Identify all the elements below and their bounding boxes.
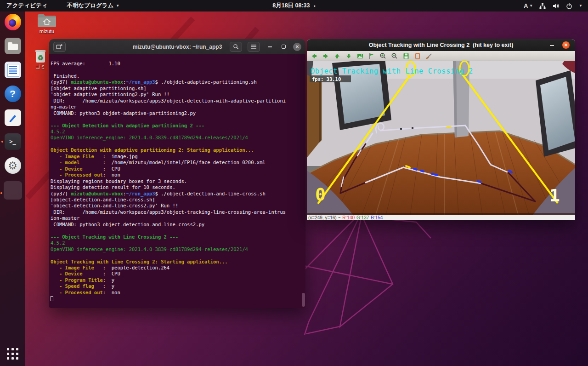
app-menu-label: 不明なプログラム	[67, 2, 114, 10]
desktop-icon-home[interactable]: mizutu	[34, 13, 60, 34]
chevron-down-icon: ▼	[529, 4, 533, 8]
help-icon: ?	[5, 86, 21, 102]
notification-dot-icon: ●	[314, 4, 316, 7]
text-editor-icon	[5, 109, 21, 126]
terminal-icon: >_	[5, 133, 21, 150]
pixel-blue-value: B:154	[371, 215, 383, 220]
flag-icon	[368, 52, 375, 60]
zoom-in-button[interactable]	[378, 52, 388, 60]
brush-icon	[425, 52, 433, 60]
dock-item-help[interactable]: ?	[5, 86, 21, 102]
dock-item-window-slot[interactable]	[4, 181, 22, 200]
overlay-title: Object Tracking with Line Crossing 2	[311, 67, 473, 75]
home-folder-icon	[37, 13, 57, 29]
pan-right-icon	[322, 52, 329, 60]
video-window: Object Tracking with Line Crossing 2 (hi…	[307, 39, 575, 220]
firefox-icon	[5, 14, 21, 30]
files-icon	[5, 38, 21, 54]
running-indicator-dot	[1, 141, 3, 143]
line-0-label: 0	[315, 184, 326, 205]
close-icon: ✕	[564, 43, 568, 47]
keyboard-layout-indicator[interactable]: A ▼	[524, 3, 533, 9]
terminal-scrollbar[interactable]	[302, 293, 305, 307]
menu-button[interactable]	[248, 42, 260, 52]
pixel-green-value: G:137	[356, 215, 369, 220]
pan-left-button[interactable]	[309, 52, 319, 60]
libreoffice-writer-icon	[5, 62, 21, 78]
close-icon: ✕	[293, 43, 301, 51]
pixel-coords: (x=249, y=16) ~	[308, 215, 340, 220]
desktop-icon-label: ゴミ	[29, 63, 51, 70]
show-applications-button[interactable]	[7, 348, 18, 360]
video-statusbar: (x=249, y=16) ~ R:140 G:137 B:154	[307, 215, 575, 220]
maximize-button[interactable]	[279, 43, 288, 51]
image-icon	[356, 52, 364, 60]
dock-item-text-editor[interactable]	[5, 109, 21, 126]
running-indicator-dot	[0, 192, 2, 194]
maximize-icon	[282, 45, 286, 49]
top-bar: アクティビティ 不明なプログラム ▼ 8月18日 08:33 ● A ▼	[0, 0, 588, 11]
search-icon	[233, 44, 239, 50]
dock-item-terminal[interactable]: >_	[5, 133, 21, 150]
zoom-out-icon	[391, 52, 398, 60]
clock-label: 8月18日 08:33	[272, 2, 310, 10]
fps-badge: fps: 33.10	[312, 76, 341, 82]
dock-item-settings[interactable]: ⚙	[5, 157, 21, 174]
zoom-in-icon	[379, 52, 387, 60]
video-titlebar[interactable]: Object Tracking with Line Crossing 2 (hi…	[307, 39, 575, 51]
minimize-button[interactable]	[266, 43, 274, 51]
close-button[interactable]: ✕	[293, 43, 301, 51]
desktop-icon-label: mizutu	[34, 29, 60, 34]
video-title: Object Tracking with Line Crossing 2 (hi…	[369, 42, 514, 48]
save-button[interactable]	[401, 52, 411, 60]
terminal-body[interactable]: FPS average: 1.10 Finished.(py37) mizutu…	[49, 54, 305, 308]
video-frame[interactable]: 0 1 Object Tracking with Line Crossing 2…	[307, 61, 575, 215]
terminal-titlebar[interactable]: mizutu@ubuntu-vbox: ~/run_app3 ✕	[49, 39, 305, 54]
terminal-window: mizutu@ubuntu-vbox: ~/run_app3 ✕	[49, 39, 305, 308]
line-1-label: 1	[549, 185, 560, 206]
dock-item-firefox[interactable]	[5, 14, 21, 30]
pan-down-button[interactable]	[344, 52, 353, 60]
keyboard-layout-label: A	[524, 3, 528, 9]
zoom-out-button[interactable]	[390, 52, 399, 60]
desktop-icon-trash[interactable]: ♻ ゴミ	[29, 49, 51, 70]
terminal-output: FPS average: 1.10 Finished.(py37) mizutu…	[51, 61, 304, 302]
search-button[interactable]	[230, 42, 242, 52]
properties-icon	[414, 52, 421, 60]
activities-button[interactable]: アクティビティ	[6, 2, 48, 10]
pan-right-button[interactable]	[321, 52, 330, 60]
dock: ? >_ ⚙	[0, 11, 25, 366]
window-slot-icon	[4, 181, 22, 200]
dock-item-writer[interactable]	[5, 62, 21, 78]
image-button[interactable]	[355, 52, 365, 60]
gear-icon: ⚙	[5, 157, 21, 174]
pan-left-icon	[311, 52, 318, 60]
properties-button[interactable]	[413, 52, 422, 60]
minimize-icon	[550, 45, 554, 46]
close-button[interactable]: ✕	[562, 41, 570, 49]
terminal-title: mizutu@ubuntu-vbox: ~/run_app3	[133, 44, 222, 50]
pan-down-icon	[345, 52, 352, 60]
minimize-icon	[268, 46, 272, 47]
minimize-button[interactable]	[548, 41, 555, 47]
video-toolbar	[307, 51, 575, 61]
brush-button[interactable]	[424, 52, 434, 60]
dock-item-files[interactable]	[5, 38, 21, 54]
room-scene	[307, 61, 575, 215]
hamburger-icon	[251, 44, 257, 49]
new-tab-icon	[56, 44, 63, 50]
desktop: アクティビティ 不明なプログラム ▼ 8月18日 08:33 ● A ▼	[0, 0, 588, 366]
volume-icon[interactable]	[552, 2, 560, 10]
pan-up-button[interactable]	[332, 52, 342, 60]
save-icon	[402, 52, 410, 60]
chevron-down-icon: ▼	[116, 4, 119, 8]
clock-menu[interactable]: 8月18日 08:33 ●	[272, 2, 316, 10]
network-icon[interactable]	[539, 2, 546, 10]
flag-button[interactable]	[367, 52, 376, 60]
app-menu[interactable]: 不明なプログラム ▼	[67, 2, 120, 10]
svg-text:♻: ♻	[38, 54, 44, 61]
power-icon[interactable]	[565, 2, 573, 10]
new-tab-button[interactable]	[53, 42, 66, 52]
pixel-red-value: R:140	[342, 215, 355, 220]
chevron-down-icon[interactable]: ▼	[579, 4, 582, 8]
